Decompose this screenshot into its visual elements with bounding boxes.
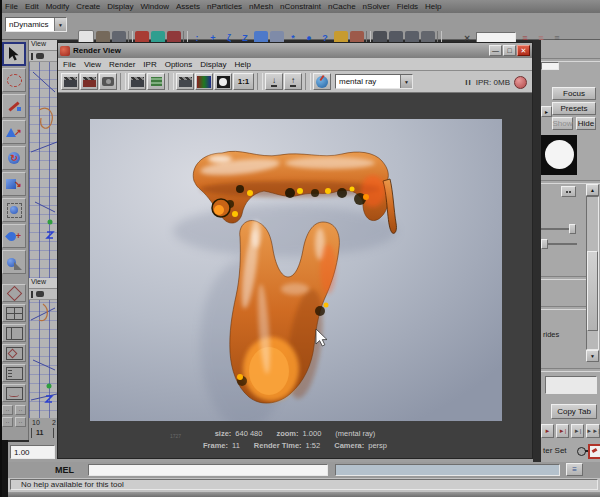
- layout-persp-graph-button[interactable]: [2, 344, 26, 362]
- command-line-input[interactable]: [88, 464, 328, 476]
- rv-menu-view[interactable]: View: [84, 60, 101, 69]
- chevron-down-icon[interactable]: ▼: [400, 75, 412, 88]
- close-button[interactable]: ✕: [517, 45, 530, 56]
- auto-keyframe-toggle[interactable]: [588, 444, 600, 459]
- menu-nsolver[interactable]: nSolver: [363, 2, 390, 11]
- scroll-up-button[interactable]: ▲: [586, 184, 599, 196]
- viewport-grid-top[interactable]: [29, 62, 57, 278]
- ipr-render-button[interactable]: [128, 73, 146, 90]
- layout-shortcut-1-button[interactable]: ··: [2, 405, 13, 415]
- step-forward-key-button[interactable]: ►|: [556, 424, 569, 438]
- playback-start-field[interactable]: 1.00: [10, 445, 55, 459]
- universal-manipulator-button[interactable]: [2, 198, 26, 222]
- layout-persp-curve-button[interactable]: [2, 384, 26, 402]
- go-to-end-button[interactable]: ►►|: [586, 424, 600, 438]
- move-tool-button[interactable]: ↗: [2, 120, 26, 144]
- scrollbar-thumb[interactable]: [587, 251, 598, 331]
- viewport-panel-menu-2[interactable]: View: [29, 278, 57, 289]
- expand-arrow-button[interactable]: ▸: [541, 106, 552, 117]
- menu-create[interactable]: Create: [76, 2, 100, 11]
- show-button[interactable]: Show: [552, 117, 573, 130]
- presets-button[interactable]: Presets: [552, 102, 596, 115]
- menu-help[interactable]: Help: [425, 2, 441, 11]
- attr-slider-handle[interactable]: [569, 224, 576, 234]
- snapshot-button[interactable]: [99, 73, 117, 90]
- copy-tab-button[interactable]: Copy Tab: [551, 404, 597, 419]
- notes-field[interactable]: [545, 376, 597, 394]
- stop-ipr-button[interactable]: [514, 76, 527, 89]
- camera-icon[interactable]: [36, 291, 44, 297]
- layout-shortcut-3-button[interactable]: ··: [2, 417, 13, 427]
- attr-slider-track[interactable]: [545, 243, 577, 245]
- maximize-button[interactable]: □: [503, 45, 516, 56]
- redo-previous-render-button[interactable]: [80, 73, 98, 90]
- keep-image-button[interactable]: ↓: [265, 73, 283, 90]
- minimize-button[interactable]: —: [489, 45, 502, 56]
- command-line-mode-label[interactable]: MEL: [55, 465, 74, 475]
- rv-menu-ipr[interactable]: IPR: [143, 60, 156, 69]
- script-editor-button[interactable]: ≡: [566, 463, 583, 476]
- rv-menu-file[interactable]: File: [63, 60, 76, 69]
- menu-nmesh[interactable]: nMesh: [249, 2, 273, 11]
- ipr-refresh-button[interactable]: [147, 73, 165, 90]
- rv-menu-options[interactable]: Options: [165, 60, 193, 69]
- swatch-options-button[interactable]: [561, 186, 576, 197]
- menu-display[interactable]: Display: [107, 2, 133, 11]
- menu-edit[interactable]: Edit: [25, 2, 39, 11]
- menu-assets[interactable]: Assets: [176, 2, 200, 11]
- attr-slider-handle[interactable]: [541, 239, 548, 249]
- rendered-image[interactable]: [90, 119, 502, 421]
- menu-file[interactable]: File: [5, 2, 18, 11]
- rgb-channels-button[interactable]: [195, 73, 213, 90]
- panel-handle-icon[interactable]: [31, 291, 33, 298]
- panel-handle-icon[interactable]: [31, 53, 33, 60]
- menu-modify[interactable]: Modify: [46, 2, 70, 11]
- layout-persp-outliner-button[interactable]: [2, 324, 26, 342]
- character-set-label[interactable]: ter Set: [543, 446, 567, 455]
- layout-hypergraph-button[interactable]: [2, 364, 26, 382]
- rv-menu-render[interactable]: Render: [109, 60, 135, 69]
- viewport-grid-bottom[interactable]: [29, 300, 57, 418]
- show-manipulator-button[interactable]: [2, 250, 26, 274]
- step-forward-frame-button[interactable]: ►|: [571, 424, 584, 438]
- time-slider[interactable]: 10 2 11: [29, 418, 57, 442]
- soft-mod-tool-button[interactable]: +: [2, 224, 26, 248]
- paint-select-tool-button[interactable]: [2, 94, 26, 118]
- menu-fields[interactable]: Fields: [397, 2, 418, 11]
- remove-image-button[interactable]: ↑: [284, 73, 302, 90]
- select-tool-button[interactable]: [2, 42, 26, 66]
- pause-ipr-button[interactable]: II: [465, 78, 471, 87]
- layout-shortcut-4-button[interactable]: ··: [15, 417, 26, 427]
- renderer-selector[interactable]: mental ray ▼: [335, 74, 413, 89]
- render-settings-button[interactable]: [313, 73, 331, 90]
- material-swatch[interactable]: [541, 135, 577, 175]
- play-forward-button[interactable]: ►: [541, 424, 554, 438]
- rotate-tool-button[interactable]: ↻: [2, 146, 26, 170]
- render-region-button[interactable]: [176, 73, 194, 90]
- scrollbar-track[interactable]: [586, 196, 599, 350]
- alpha-channel-button[interactable]: [214, 73, 232, 90]
- render-current-frame-button[interactable]: [61, 73, 79, 90]
- scroll-down-button[interactable]: ▼: [586, 350, 599, 362]
- layout-four-pane-button[interactable]: [2, 304, 26, 322]
- menu-nparticles[interactable]: nParticles: [207, 2, 242, 11]
- one-to-one-button[interactable]: 1:1: [233, 73, 254, 90]
- menu-nconstraint[interactable]: nConstraint: [280, 2, 321, 11]
- character-set-key-icon[interactable]: [577, 447, 586, 456]
- hide-button[interactable]: Hide: [576, 117, 596, 130]
- layout-single-pane-button[interactable]: [2, 284, 26, 302]
- lasso-tool-button[interactable]: [2, 68, 26, 92]
- camera-icon[interactable]: [36, 53, 44, 59]
- rv-menu-display[interactable]: Display: [200, 60, 226, 69]
- viewport-panel-menu[interactable]: View: [29, 40, 57, 51]
- rv-menu-help[interactable]: Help: [235, 60, 251, 69]
- focus-button[interactable]: Focus: [552, 87, 596, 100]
- menu-ncache[interactable]: nCache: [328, 2, 356, 11]
- scale-tool-button[interactable]: ↘: [2, 172, 26, 196]
- layout-shortcut-2-button[interactable]: ··: [15, 405, 26, 415]
- menu-window[interactable]: Window: [141, 2, 169, 11]
- attr-field-partial[interactable]: [541, 62, 559, 70]
- render-view-titlebar[interactable]: Render View — □ ✕: [58, 43, 532, 58]
- chevron-down-icon[interactable]: ▼: [54, 18, 66, 31]
- menu-set-selector[interactable]: nDynamics ▼: [5, 17, 67, 32]
